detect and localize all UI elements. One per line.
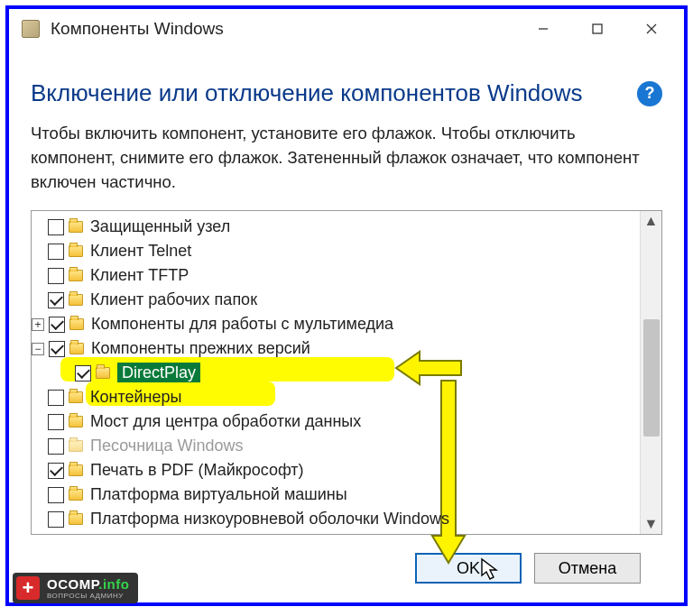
window-frame: Компоненты Windows Включение или отключе… [5,5,688,606]
tree-item[interactable]: Песочница Windows [32,434,640,458]
window-title: Компоненты Windows [51,19,224,39]
checkbox[interactable] [49,317,65,333]
expand-icon[interactable]: + [32,318,44,331]
tree-item[interactable]: Защищенный узел [32,215,640,239]
folder-icon [69,464,83,476]
folder-icon [69,513,83,525]
tree-item[interactable]: DirectPlay [32,361,640,385]
watermark-plus-icon: + [16,576,40,600]
minimize-button[interactable] [516,11,570,47]
folder-icon [96,367,110,379]
tree-item[interactable]: Клиент Telnet [32,239,640,263]
tree-item[interactable]: Клиент TFTP [32,263,640,288]
folder-icon [69,440,83,452]
tree-item-label: Компоненты прежних версий [91,339,310,358]
tree-item-label: Платформа виртуальной машины [90,485,347,504]
folder-icon [69,318,84,330]
tree-item-label: Компоненты для работы с мультимедиа [91,315,393,334]
tree-item[interactable]: Контейнеры [32,385,640,409]
checkbox[interactable] [48,390,64,406]
checkbox[interactable] [75,365,91,382]
instruction-text: Чтобы включить компонент, установите его… [31,122,662,194]
checkbox[interactable] [48,463,64,479]
page-heading: Включение или отключение компонентов Win… [31,79,662,107]
folder-icon [69,343,84,354]
tree-item-label: Клиент рабочих папок [90,290,257,309]
tree-item-label: DirectPlay [117,363,200,382]
folder-icon [69,391,83,403]
cancel-button[interactable]: Отмена [534,553,641,584]
tree-item-label: Клиент Telnet [90,242,191,261]
folder-icon [69,294,83,306]
close-button[interactable] [624,11,679,47]
ok-button[interactable]: OK [415,553,522,584]
tree-item[interactable]: Платформа низкоуровневой оболочки Window… [32,507,640,531]
watermark-suffix: .info [98,576,129,592]
tree-item[interactable]: Печать в PDF (Майкрософт) [32,458,640,483]
checkbox[interactable] [48,487,64,503]
watermark: + OCOMP.info ВОПРОСЫ АДМИНУ [13,573,138,603]
checkbox[interactable] [48,438,64,455]
maximize-button[interactable] [570,11,624,47]
tree-item-label: Защищенный узел [90,217,230,236]
tree-item[interactable]: −Компоненты прежних версий [32,336,640,361]
folder-icon [69,245,83,257]
tree-item[interactable]: Платформа виртуальной машины [32,483,640,507]
tree-item-label: Контейнеры [90,388,181,407]
tree-item[interactable]: Клиент рабочих папок [32,288,640,312]
feature-tree: Защищенный узелКлиент TelnetКлиент TFTPК… [31,210,662,535]
checkbox[interactable] [48,268,64,284]
tree-item[interactable]: +Компоненты для работы с мультимедиа [32,312,640,336]
collapse-icon[interactable]: − [32,343,44,355]
tree-item[interactable]: Мост для центра обработки данных [32,409,640,434]
tree-item-label: Мост для центра обработки данных [90,412,361,431]
folder-icon [69,489,83,501]
scroll-down-icon[interactable]: ▼ [641,514,661,534]
watermark-sub: ВОПРОСЫ АДМИНУ [47,592,129,600]
tree-item-label: Клиент TFTP [90,266,189,285]
titlebar[interactable]: Компоненты Windows [9,9,684,49]
folder-icon [69,221,83,233]
watermark-brand: OCOMP [47,576,98,592]
checkbox[interactable] [48,414,64,430]
checkbox[interactable] [48,292,64,308]
tree-item-label: Песочница Windows [90,437,243,455]
checkbox[interactable] [48,244,64,260]
svg-rect-1 [593,24,602,33]
app-icon [22,20,40,38]
tree-item-label: Печать в PDF (Майкрософт) [90,461,304,480]
help-icon[interactable]: ? [637,81,662,106]
checkbox[interactable] [48,511,64,528]
heading-text: Включение или отключение компонентов Win… [31,79,583,107]
folder-icon [69,416,83,428]
checkbox[interactable] [48,219,64,235]
scrollbar-thumb[interactable] [643,319,660,437]
checkbox[interactable] [49,341,65,357]
scrollbar[interactable]: ▲ ▼ [640,211,661,534]
folder-icon [69,270,83,281]
scroll-up-icon[interactable]: ▲ [641,211,661,231]
tree-item-label: Платформа низкоуровневой оболочки Window… [90,510,449,529]
